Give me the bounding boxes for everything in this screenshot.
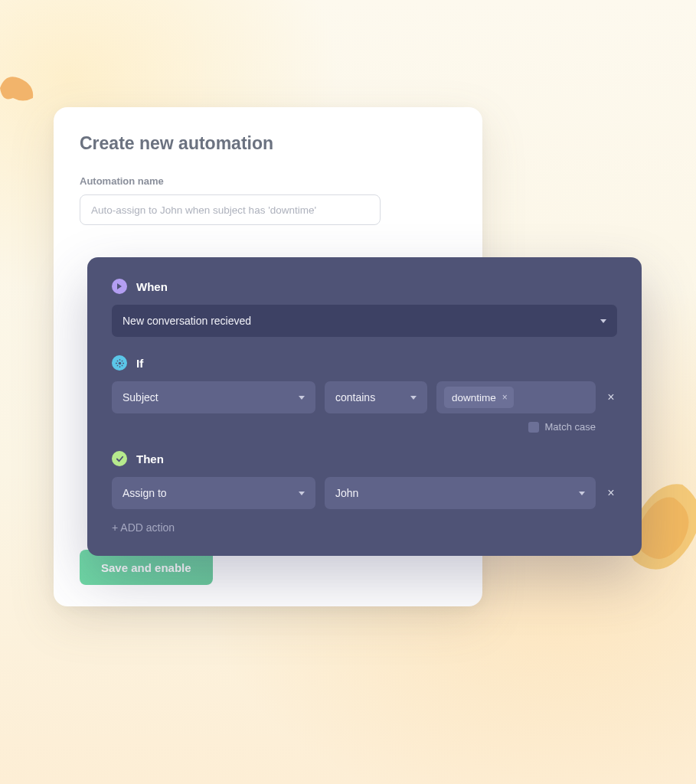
if-title: If	[136, 357, 143, 370]
add-action-button[interactable]: + ADD action	[112, 521, 175, 534]
remove-action-icon[interactable]: ×	[605, 487, 617, 499]
remove-condition-icon[interactable]: ×	[605, 391, 617, 403]
if-section: If Subject contains downtime × × Match c…	[112, 355, 617, 433]
if-field-select[interactable]: Subject	[112, 381, 315, 413]
chevron-down-icon	[579, 492, 585, 495]
when-section: When New conversation recieved	[112, 279, 617, 337]
then-section: Then Assign to John × + ADD action	[112, 451, 617, 534]
page-title: Create new automation	[80, 133, 456, 154]
automation-name-label: Automation name	[80, 175, 456, 187]
when-trigger-value: New conversation recieved	[123, 315, 251, 327]
check-icon	[112, 451, 127, 466]
then-target-select[interactable]: John	[325, 477, 596, 509]
if-operator-select[interactable]: contains	[325, 381, 427, 413]
if-value-input[interactable]: downtime ×	[436, 381, 596, 413]
svg-point-0	[118, 361, 121, 364]
then-action-select[interactable]: Assign to	[112, 477, 315, 509]
remove-tag-icon[interactable]: ×	[502, 392, 508, 403]
then-action-value: Assign to	[123, 487, 167, 499]
if-operator-value: contains	[335, 391, 375, 403]
then-target-value: John	[335, 487, 358, 499]
rules-panel: When New conversation recieved If Subjec…	[87, 257, 642, 556]
decorative-blob-top	[0, 69, 50, 107]
chevron-down-icon	[410, 396, 417, 400]
if-value-tag: downtime ×	[444, 387, 514, 408]
play-icon	[112, 279, 127, 294]
chevron-down-icon	[299, 492, 305, 495]
gear-icon	[112, 355, 127, 371]
chevron-down-icon	[600, 319, 606, 323]
if-value-tag-text: downtime	[452, 392, 496, 403]
chevron-down-icon	[299, 396, 305, 400]
automation-name-input[interactable]	[80, 194, 381, 225]
when-trigger-select[interactable]: New conversation recieved	[112, 305, 617, 337]
when-title: When	[136, 280, 168, 293]
match-case-label: Match case	[545, 421, 596, 433]
match-case-checkbox[interactable]	[528, 422, 539, 433]
then-title: Then	[136, 452, 164, 466]
if-field-value: Subject	[123, 391, 158, 403]
